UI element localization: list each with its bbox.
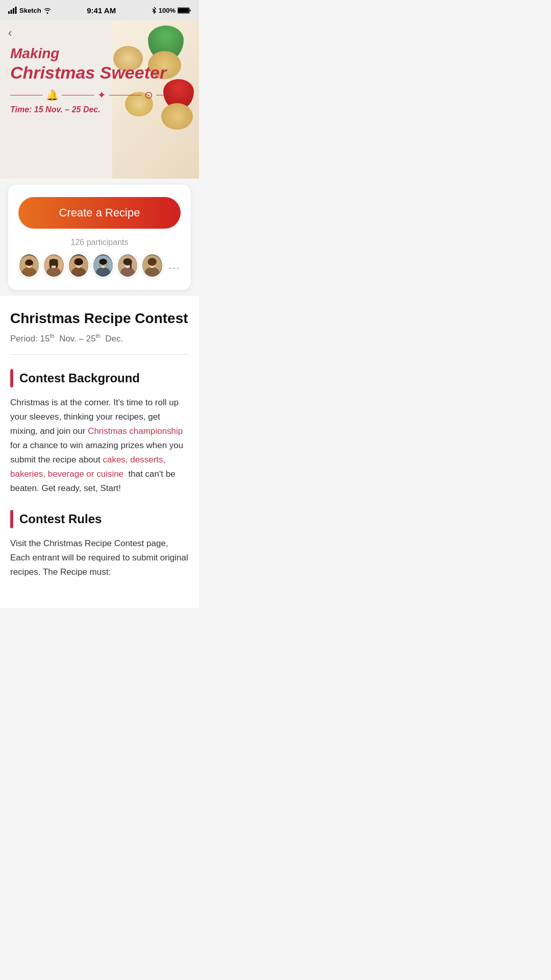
battery-label: 100% [159,7,176,14]
carrier-label: Sketch [19,7,41,14]
ornament-line-right [156,95,189,96]
section-bar-rules [10,510,13,528]
avatar-2 [43,253,64,278]
svg-point-20 [74,258,83,265]
wifi-icon [43,7,52,14]
svg-point-32 [130,260,132,269]
svg-rect-2 [13,8,14,14]
svg-rect-0 [8,11,10,14]
avatar-5 [117,253,138,278]
section-background-title: Contest Background [19,371,140,385]
section-background-body: Christmas is at the corner. It's time to… [10,396,189,496]
hero-text: Making Christmas Sweeter 🔔 ✦ ⊙ Time: 15 … [0,20,199,125]
section-rules-body: Visit the Christmas Recipe Contest page,… [10,536,189,579]
bell-icon: 🔔 [46,89,59,101]
contest-title: Christmas Recipe Contest [10,310,189,327]
star-icon: ✦ [97,89,106,101]
ornament-line-left [10,95,43,96]
ornament-line-mid2 [109,95,142,96]
avatar-1 [18,253,40,278]
main-content: Christmas Recipe Contest Period: 15th No… [0,296,199,608]
christmas-championship-link[interactable]: Christmas championship [88,426,183,436]
action-card: Create a Recipe 126 participants [8,185,191,290]
ornament-line-mid1 [62,95,94,96]
avatar-3 [68,253,89,278]
participants-avatars: ... [18,253,181,278]
section-bar-background [10,369,13,387]
svg-point-10 [25,260,33,266]
bluetooth-icon [152,6,157,14]
svg-rect-5 [178,8,189,13]
hero-time-label: Time: 15 Nov. – 25 Dec. [10,105,189,114]
section-rules-header: Contest Rules [10,510,189,528]
more-participants-icon[interactable]: ... [168,259,181,272]
svg-point-15 [49,259,52,268]
section-rules: Contest Rules Visit the Christmas Recipe… [10,510,189,579]
svg-point-36 [148,258,157,266]
back-button[interactable]: ‹ [8,27,12,40]
categories-link[interactable]: cakes, desserts, bakeries, beverage or c… [10,455,165,479]
svg-rect-3 [15,7,17,14]
svg-rect-1 [11,10,12,14]
ornament-row: 🔔 ✦ ⊙ [10,89,189,101]
status-right: 100% [152,6,191,14]
status-time: 9:41 AM [87,6,116,15]
hero-section: ‹ Making Christmas Sweeter 🔔 ✦ ⊙ Time: 1… [0,20,199,179]
svg-point-16 [56,259,58,268]
battery-icon [178,7,191,14]
section-rules-title: Contest Rules [19,512,102,526]
ornament-icon: ⊙ [144,89,153,101]
hero-christmas-label: Christmas Sweeter [10,62,189,83]
status-bar: Sketch 9:41 AM 100% [0,0,199,20]
participants-count: 126 participants [18,238,181,247]
contest-period: Period: 15th Nov. – 25th Dec. [10,333,189,344]
section-background: Contest Background Christmas is at the c… [10,369,189,496]
avatar-4 [92,253,114,278]
status-left: Sketch [8,7,52,14]
divider [10,354,189,355]
avatar-6 [141,253,163,278]
create-recipe-button[interactable]: Create a Recipe [18,197,181,229]
hero-making-label: Making [10,45,189,62]
section-background-header: Contest Background [10,369,189,387]
signal-icon [8,7,17,14]
